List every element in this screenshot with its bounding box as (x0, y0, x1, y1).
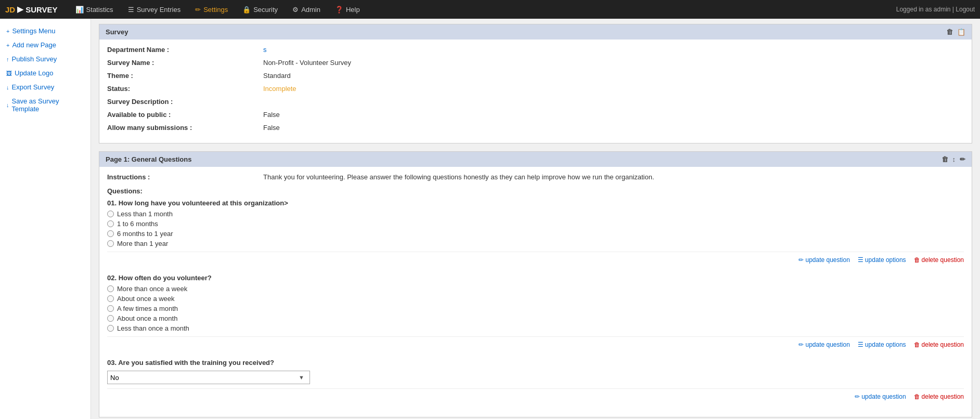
survey-header-icons[interactable]: 🗑 📋 (946, 28, 965, 36)
q1-option-3: 6 months to 1 year (107, 230, 964, 238)
publish-icon: ↑ (6, 56, 9, 62)
q1-options-icon: ☰ (858, 256, 863, 264)
export-icon: ↓ (6, 84, 9, 90)
q3-select-container: No Yes ▼ (107, 371, 964, 384)
question-2-title: 02. How often do you volunteer? (107, 274, 964, 282)
question-2-block: 02. How often do you volunteer? More tha… (107, 274, 964, 348)
field-description: Survey Description : (107, 98, 964, 106)
q1-update-question[interactable]: ✏ update question (798, 256, 849, 264)
nav-security[interactable]: 🔒 Security (235, 0, 285, 19)
survey-section-body: Department Name : s Survey Name : Non-Pr… (99, 40, 972, 143)
nav-statistics[interactable]: 📊 Statistics (68, 0, 121, 19)
page-1-body: Instructions : Thank you for volunteerin… (99, 167, 972, 417)
app-logo: JD▶SURVEY (5, 5, 58, 14)
field-department: Department Name : s (107, 46, 964, 54)
page-delete-icon[interactable]: 🗑 (942, 155, 948, 163)
instructions-row: Instructions : Thank you for volunteerin… (107, 173, 964, 181)
q2-actions: ✏ update question ☰ update options 🗑 del… (107, 336, 964, 348)
user-info: Logged in as admin | Logout (896, 6, 975, 13)
q1-option-2: 1 to 6 months (107, 220, 964, 228)
q3-update-question[interactable]: ✏ update question (855, 393, 906, 400)
nav-help[interactable]: ❓ Help (328, 0, 367, 19)
settings-icon: ✏ (195, 6, 201, 14)
q1-radio-2[interactable] (107, 220, 114, 227)
question-1-block: 01. How long have you volunteered at thi… (107, 199, 964, 264)
q2-options-icon: ☰ (858, 341, 863, 348)
q2-delete-question[interactable]: 🗑 delete question (914, 341, 964, 348)
page-header-icons[interactable]: 🗑 ↕ ✏ (942, 155, 966, 163)
update-logo-icon: 🖼 (6, 70, 12, 76)
survey-entries-icon: ☰ (128, 6, 134, 14)
q2-option-3: A few times a month (107, 305, 964, 312)
question-3-title: 03. Are you satisfied with the training … (107, 359, 964, 366)
q1-update-options[interactable]: ☰ update options (858, 256, 906, 264)
nav-settings[interactable]: ✏ Settings (188, 0, 235, 19)
q2-update-question[interactable]: ✏ update question (798, 341, 849, 348)
q2-delete-icon: 🗑 (914, 341, 920, 348)
settings-menu-icon: + (6, 28, 9, 34)
page-move-icon[interactable]: ↕ (952, 155, 956, 163)
q1-radio-3[interactable] (107, 230, 114, 237)
add-page-icon: + (6, 42, 9, 48)
field-survey-name: Survey Name : Non-Profit - Volunteer Sur… (107, 59, 964, 67)
sidebar-item-update-logo[interactable]: 🖼 Update Logo (0, 66, 91, 80)
q2-update-icon: ✏ (798, 341, 804, 348)
q2-option-2: About once a week (107, 295, 964, 303)
nav-survey-entries[interactable]: ☰ Survey Entries (121, 0, 188, 19)
q2-radio-4[interactable] (107, 315, 114, 322)
q2-update-options[interactable]: ☰ update options (858, 341, 906, 348)
q1-radio-4[interactable] (107, 240, 114, 247)
q2-radio-3[interactable] (107, 305, 114, 312)
save-template-icon: ↓ (6, 102, 9, 108)
help-icon: ❓ (335, 6, 343, 14)
q1-option-4: More than 1 year (107, 240, 964, 247)
q2-option-1: More than once a week (107, 285, 964, 293)
q1-delete-question[interactable]: 🗑 delete question (914, 256, 964, 264)
question-3-block: 03. Are you satisfied with the training … (107, 359, 964, 400)
security-icon: 🔒 (242, 6, 251, 14)
q1-radio-1[interactable] (107, 211, 114, 217)
page-edit-icon[interactable]: ✏ (960, 155, 965, 163)
q1-actions: ✏ update question ☰ update options 🗑 del… (107, 252, 964, 264)
q1-option-1: Less than 1 month (107, 210, 964, 218)
page-1-section: Page 1: General Questions 🗑 ↕ ✏ Instruct… (99, 151, 972, 417)
questions-label: Questions: (107, 187, 964, 195)
sidebar-item-export-survey[interactable]: ↓ Export Survey (0, 80, 91, 94)
q3-update-icon: ✏ (855, 393, 860, 400)
survey-section: Survey 🗑 📋 Department Name : s Survey Na… (99, 24, 972, 143)
sidebar-item-publish-survey[interactable]: ↑ Publish Survey (0, 52, 91, 66)
q2-radio-1[interactable] (107, 285, 114, 292)
admin-icon: ⚙ (292, 6, 299, 14)
survey-section-header: Survey 🗑 📋 (99, 24, 972, 40)
field-allow-submissions: Allow many submissions : False (107, 124, 964, 132)
nav-admin[interactable]: ⚙ Admin (285, 0, 328, 19)
q2-radio-2[interactable] (107, 295, 114, 302)
page-1-header: Page 1: General Questions 🗑 ↕ ✏ (99, 152, 972, 167)
q3-dropdown[interactable]: No Yes (107, 371, 310, 384)
q2-option-5: Less than once a month (107, 324, 964, 332)
question-1-title: 01. How long have you volunteered at thi… (107, 199, 964, 207)
statistics-icon: 📊 (75, 6, 84, 14)
survey-copy-icon[interactable]: 📋 (957, 28, 965, 36)
survey-delete-icon[interactable]: 🗑 (946, 28, 953, 36)
q2-radio-5[interactable] (107, 325, 114, 332)
field-available-public: Available to public : False (107, 111, 964, 119)
main-content: Survey 🗑 📋 Department Name : s Survey Na… (91, 19, 980, 419)
q2-option-4: About once a month (107, 315, 964, 322)
q1-update-icon: ✏ (798, 256, 804, 264)
sidebar-item-save-template[interactable]: ↓ Save as Survey Template (0, 94, 91, 116)
q3-delete-question[interactable]: 🗑 delete question (914, 393, 964, 400)
q1-delete-icon: 🗑 (914, 256, 920, 264)
q3-delete-icon: 🗑 (914, 393, 920, 400)
sidebar-item-add-page[interactable]: + Add new Page (0, 38, 91, 52)
sidebar-item-settings-menu[interactable]: + Settings Menu (0, 24, 91, 38)
q3-actions: ✏ update question 🗑 delete question (107, 388, 964, 400)
field-theme: Theme : Standard (107, 72, 964, 80)
field-status: Status: Incomplete (107, 85, 964, 93)
sidebar: + Settings Menu + Add new Page ↑ Publish… (0, 19, 91, 419)
